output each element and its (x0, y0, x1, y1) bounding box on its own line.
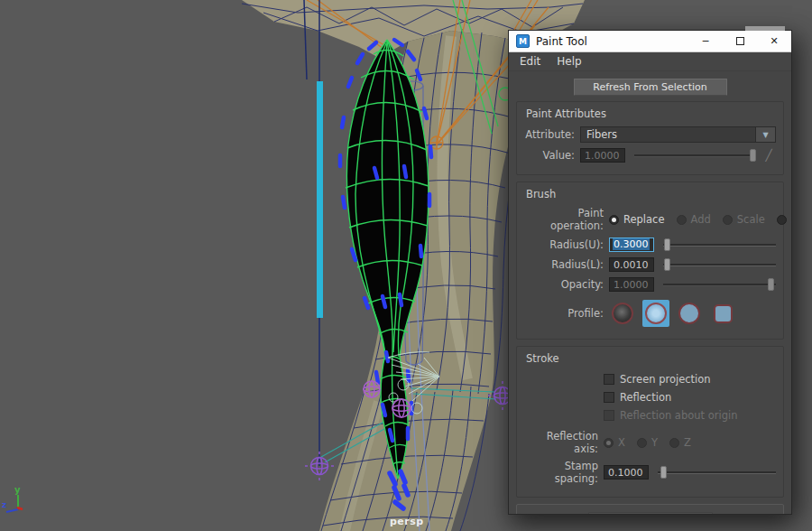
value-field[interactable]: 1.0000 (580, 148, 625, 163)
radio-scale[interactable]: Scale (723, 213, 765, 226)
flood-button[interactable]: Flood (588, 512, 713, 514)
dropdown-arrow-icon[interactable]: ▼ (756, 126, 776, 143)
radio-replace[interactable]: Replace (609, 213, 665, 226)
minimize-button[interactable]: ─ (688, 31, 723, 51)
profile-gaussian-button[interactable] (609, 300, 636, 327)
value-slider[interactable] (634, 149, 756, 162)
menubar: Edit Help (509, 52, 791, 71)
window-content: Refresh From Selection Paint Attributes … (509, 71, 791, 514)
radio-add[interactable]: Add (677, 213, 711, 226)
radius-u-slider[interactable] (663, 238, 776, 251)
radius-u-label: Radius(U): (524, 238, 604, 251)
section-paint-attributes: Paint Attributes Attribute: Fibers ▼ Val… (516, 101, 784, 175)
radio-axis-x[interactable]: X (604, 436, 625, 449)
profile-label: Profile: (524, 307, 604, 320)
close-icon: ✕ (770, 35, 778, 47)
menu-edit[interactable]: Edit (512, 53, 549, 70)
attribute-dropdown[interactable]: Fibers ▼ (580, 126, 776, 143)
section-flood: Flood (516, 504, 784, 514)
radius-l-field[interactable]: 0.0010 (609, 257, 654, 272)
window-title: Paint Tool (536, 35, 587, 48)
square-profile-icon (714, 304, 733, 323)
stamp-spacing-slider[interactable] (658, 466, 776, 479)
value-label: Value: (524, 149, 575, 162)
section-title: Brush (526, 188, 776, 200)
solid-profile-icon (678, 303, 700, 324)
radio-axis-y[interactable]: Y (637, 436, 658, 449)
window-titlebar[interactable]: M Paint Tool ─ ✕ (509, 31, 791, 52)
gaussian-profile-icon (612, 303, 633, 324)
radio-smooth[interactable]: Smooth (777, 213, 791, 226)
profile-solid-button[interactable] (676, 300, 703, 327)
radius-l-slider[interactable] (663, 258, 776, 271)
axis-y-label: y (14, 485, 21, 495)
reflection-checkbox[interactable] (604, 392, 614, 403)
window-resize-grip (745, 26, 785, 31)
section-brush: Brush Paint operation: Replace Add Scale (516, 182, 784, 340)
radio-icon (637, 438, 647, 448)
opacity-slider[interactable] (663, 278, 776, 291)
value-ramp-icon[interactable]: ╱ (761, 148, 776, 163)
close-button[interactable]: ✕ (757, 31, 791, 51)
attribute-label: Attribute: (524, 128, 575, 141)
section-title: Stroke (526, 352, 776, 365)
radio-icon (677, 215, 687, 225)
paint-tool-window: M Paint Tool ─ ✕ Edit Help Refresh From … (508, 30, 792, 515)
soft-profile-icon (645, 303, 667, 324)
radio-icon (723, 215, 733, 225)
axis-z-label: z (2, 500, 6, 509)
section-stroke: Stroke Screen projection Reflection Refl… (516, 346, 784, 498)
selected-curve-cyan-bar[interactable] (317, 81, 323, 318)
menu-help[interactable]: Help (549, 53, 589, 70)
maximize-icon (736, 37, 744, 45)
radio-icon (604, 438, 614, 448)
stamp-spacing-label: Stamp spacing: (524, 460, 598, 485)
radio-icon (669, 438, 679, 448)
screen-projection-checkbox[interactable] (604, 374, 614, 385)
stamp-spacing-field[interactable]: 0.1000 (604, 465, 649, 480)
paint-operation-label: Paint operation: (524, 207, 604, 232)
brush-profiles (609, 300, 743, 327)
maya-app-icon: M (516, 34, 530, 48)
profile-square-button[interactable] (709, 300, 736, 327)
refresh-from-selection-button[interactable]: Refresh From Selection (574, 79, 727, 96)
attribute-dropdown-value: Fibers (580, 126, 756, 143)
application-stage: y z persp M Paint Tool ─ ✕ Edi (0, 0, 812, 531)
radio-icon (609, 215, 619, 225)
profile-soft-button[interactable] (642, 300, 669, 327)
reflection-axis-label: Reflection axis: (524, 430, 598, 455)
opacity-label: Opacity: (524, 278, 604, 291)
camera-name-label: persp (390, 516, 424, 527)
reflection-about-origin-checkbox[interactable] (604, 410, 614, 421)
radio-icon (777, 215, 787, 225)
radius-u-field[interactable]: 0.3000 (609, 238, 654, 252)
radio-axis-z[interactable]: Z (669, 436, 691, 449)
radius-l-label: Radius(L): (524, 258, 604, 271)
maximize-button[interactable] (723, 31, 757, 51)
opacity-field[interactable]: 1.0000 (609, 277, 654, 292)
section-title: Paint Attributes (526, 107, 776, 120)
minimize-icon: ─ (703, 35, 709, 47)
